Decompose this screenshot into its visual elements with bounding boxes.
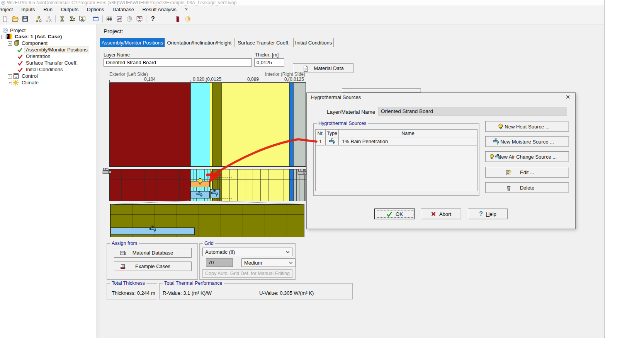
grid-legend: Grid [203,241,215,246]
moisture-source-tap-icon[interactable] [195,190,203,198]
menu-inputs[interactable]: Inputs [18,5,38,14]
column-header-type[interactable]: Type [326,130,339,137]
layer-osb[interactable] [212,83,221,166]
source-row-nr[interactable]: 1 [316,137,326,145]
monitor-camera-right-icon[interactable] [297,168,307,175]
tree-expander-case[interactable]: − [1,35,5,39]
climate-sun-icon [12,79,19,86]
results-table-icon[interactable] [92,15,100,23]
tree-item-assembly-monitor-positions[interactable]: Assembly/Monitor Positions [25,46,89,53]
material-database-button[interactable]: Material Database [114,248,192,258]
toolbar-separator [146,15,146,22]
tree-item-component[interactable]: Component [22,40,48,46]
total-thickness-legend: Total Thickness [110,280,146,286]
exterior-label: Exterior (Left Side) [109,72,148,77]
menu-project[interactable]: Project [0,5,16,14]
column-header-name[interactable]: Name [339,130,477,137]
column-header-nr[interactable]: Nr. [316,130,326,137]
wufi-application-window: WUFI Pro 6.5 NonCommercial C:\Program Fi… [0,0,644,359]
tree-item-project[interactable]: Project [10,27,25,34]
menu-help[interactable]: ? [181,5,191,14]
bookmark-red-icon[interactable] [174,15,182,23]
grid-layer-brick[interactable] [110,169,190,201]
zoom-moisture-tap-icon[interactable] [149,225,157,233]
new-heat-source-button[interactable]: New Heat Source ... [485,121,569,132]
run-all-cases-icon[interactable] [68,15,76,23]
tab-assembly-monitor-positions[interactable]: Assembly/Monitor Positions [100,38,165,47]
thickness-input[interactable] [254,58,284,67]
total-thermal-performance-group: Total Thermal Performance R-Value: 3.1 (… [159,283,353,299]
grid-layer-vapor-retarder[interactable] [289,169,293,201]
close-icon[interactable]: ✕ [562,93,574,102]
delete-source-button[interactable]: Delete [485,182,569,193]
toolbar-separator [89,15,89,22]
tree-item-control[interactable]: 1 Control [22,73,38,79]
monitor-camera-left-icon[interactable] [102,168,112,174]
thickness-value: Thickness: 0.244 m [112,290,155,296]
grid-mode-dropdown[interactable]: Automatic (II) [202,248,292,256]
heat-source-bulb-icon[interactable] [196,177,204,186]
new-moisture-source-button[interactable]: New Moisture Source ... [485,136,569,147]
copy-grid-def-button[interactable]: Copy Auto. Grid Def. for Manual Editing [202,269,292,278]
report-table-icon[interactable] [105,15,113,23]
tree-item-climate[interactable]: Climate [22,79,39,86]
layer-brick[interactable] [110,83,190,166]
layer-vapor-retarder[interactable] [289,83,293,166]
tab-orientation-inclination-height[interactable]: Orientation/Inclination/Height [165,38,234,47]
menu-result-analysis[interactable]: Result Analysis [139,5,180,14]
layer-air-gap[interactable] [190,83,210,166]
grid-layer-insulation[interactable] [221,169,289,201]
partially-hidden-button[interactable] [342,88,421,92]
layer-name-input[interactable] [104,58,252,67]
grid-density-dropdown[interactable]: Medium [241,258,296,267]
tree-item-initial-conditions[interactable]: Initial Conditions [26,66,63,73]
status-disc-icon[interactable] [184,15,192,23]
menu-run[interactable]: Run [40,5,56,14]
help-button[interactable]: ? Help [468,209,508,219]
menu-options[interactable]: Options [83,5,108,14]
air-change-bulb-icon [489,154,495,160]
tree-expander-climate[interactable]: + [8,81,12,85]
grid-cells-input[interactable]: 70 [206,258,233,267]
save-file-icon[interactable] [21,15,29,23]
project-icon [2,27,8,33]
help-question-icon: ? [479,210,483,217]
layer-insulation[interactable] [221,83,289,166]
film-presentation-icon[interactable] [136,15,143,23]
tree-item-surface-transfer-coeff[interactable]: Surface Transfer Coeff. [26,60,78,66]
abort-button[interactable]: Abort [421,209,461,219]
open-file-icon[interactable] [11,15,19,23]
tab-initial-conditions[interactable]: Initial Conditions [293,38,334,47]
toolbar-separator [102,15,103,22]
tree-item-case[interactable]: Case: 1 (Act. Case) [15,33,62,40]
moisture-source-tap-icon [493,138,500,145]
tab-baseline [100,47,604,47]
tree-expander-control[interactable]: + [8,74,12,79]
thickness-label: Thickn. [m] [255,52,279,58]
new-file-icon[interactable] [1,15,9,23]
run-with-film-icon[interactable] [78,15,86,23]
run-calculation-icon[interactable] [58,15,66,23]
new-case-icon[interactable] [35,15,42,23]
source-row-name[interactable]: 1% Rain Penetration [339,137,477,145]
help-icon[interactable]: ? [149,15,157,23]
tab-surface-transfer-coeff[interactable]: Surface Transfer Coeff. [234,38,293,47]
edit-source-button[interactable]: Edit ... [485,167,569,178]
tree-expander-component[interactable]: − [8,41,12,46]
menu-outputs[interactable]: Outputs [58,5,82,14]
layer-material-name-field[interactable]: Oriented Strand Board [379,107,567,116]
assign-from-legend: Assign from [110,241,139,246]
ok-button[interactable]: OK [374,209,415,219]
example-cases-button[interactable]: Example Cases [114,262,192,271]
dialog-titlebar[interactable]: Hygrothermal Sources [307,93,575,102]
menu-database[interactable]: Database [109,5,138,14]
result-graphs-icon[interactable] [116,15,123,23]
delete-case-icon[interactable] [45,15,53,23]
new-air-change-source-button[interactable]: New Air Change Source ... [485,151,569,162]
source-row-type[interactable] [326,137,339,145]
layer-gypsum[interactable] [293,83,306,166]
pie-chart-disabled-icon[interactable] [126,15,133,23]
osb-moisture-tap-icon[interactable] [211,189,219,197]
tree-item-orientation[interactable]: Orientation [26,53,51,60]
moisture-source-icon [329,138,335,145]
